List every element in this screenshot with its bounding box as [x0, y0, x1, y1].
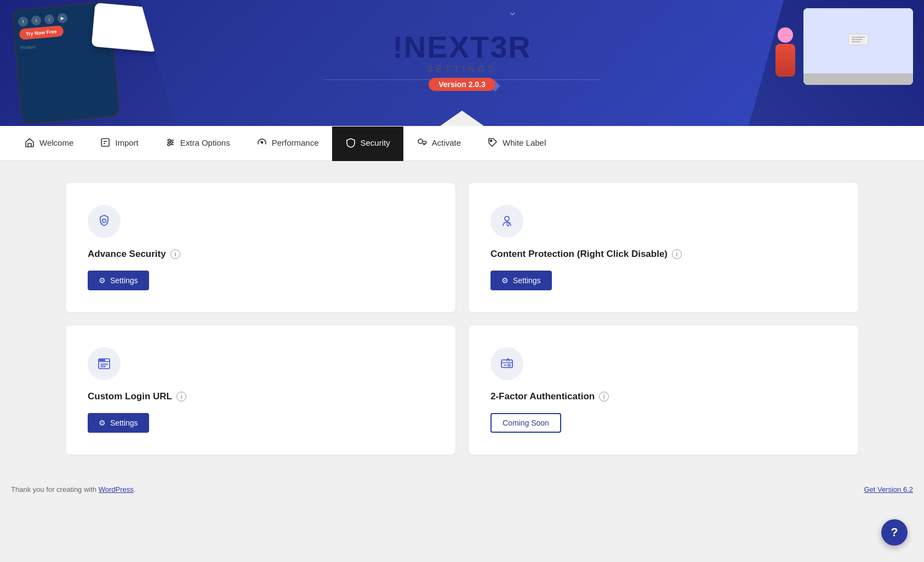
- card-two-factor-auth: 2-Factor Authentication i Coming Soon: [469, 325, 858, 455]
- svg-point-10: [168, 139, 170, 141]
- svg-point-17: [505, 216, 509, 221]
- brand-logo: !NEXT3R: [392, 32, 532, 62]
- wordpress-link[interactable]: WordPress: [99, 485, 134, 494]
- header-deco-right: ?: [749, 0, 924, 126]
- custom-login-settings-button[interactable]: ⚙ Settings: [88, 413, 149, 433]
- card-content-protection-title: Content Protection (Right Click Disable)…: [490, 249, 836, 260]
- social-icon-t: t: [31, 15, 42, 26]
- nav-tabs: Welcome Import Extra Options: [0, 126, 924, 161]
- gauge-icon: [256, 137, 267, 148]
- settings-label: SETTINGS: [392, 65, 532, 74]
- tab-extra-options-label: Extra Options: [180, 138, 230, 147]
- settings-gear-icon-1: ⚙: [99, 276, 106, 285]
- footer-credit: Thank you for creating with WordPress.: [11, 485, 135, 494]
- phone-cta-btn: Try Now Free: [19, 25, 64, 40]
- settings-gear-icon-2: ⚙: [501, 276, 509, 285]
- svg-point-14: [418, 139, 423, 144]
- import-icon: [100, 137, 111, 148]
- laptop-screen-graphic: [847, 33, 869, 49]
- card-content-protection: Content Protection (Right Click Disable)…: [469, 183, 858, 312]
- card-advance-security: Advance Security i ⚙ Settings: [66, 183, 455, 312]
- shield-gear-icon: [96, 214, 112, 229]
- content-protection-settings-button[interactable]: ⚙ Settings: [490, 271, 552, 290]
- tab-performance[interactable]: Performance: [243, 126, 332, 160]
- svg-point-24: [104, 360, 105, 361]
- two-factor-auth-coming-soon-button[interactable]: Coming Soon: [490, 413, 561, 433]
- footer: Thank you for creating with WordPress. G…: [0, 477, 924, 502]
- card-custom-login-url-title: Custom Login URL i: [88, 391, 434, 402]
- svg-point-27: [508, 364, 510, 366]
- get-version-link[interactable]: Get Version 6.2: [864, 485, 913, 494]
- tab-activate-label: Activate: [432, 138, 461, 147]
- social-icon-i: i: [44, 14, 55, 25]
- help-fab-button[interactable]: ?: [881, 519, 908, 546]
- settings-gear-icon-3: ⚙: [99, 418, 106, 427]
- tab-import[interactable]: Import: [87, 126, 152, 160]
- girl-illustration: [775, 27, 795, 77]
- card-icon-advance-security: [88, 205, 121, 238]
- laptop-mockup: [803, 8, 913, 85]
- svg-point-23: [102, 360, 103, 361]
- tab-security-label: Security: [361, 138, 390, 147]
- tab-welcome[interactable]: Welcome: [11, 126, 87, 160]
- svg-point-13: [261, 142, 263, 144]
- arrow-down-deco: ⌄: [507, 4, 517, 19]
- svg-point-16: [102, 219, 106, 222]
- card-decoration: [92, 3, 161, 52]
- header-banner: f t i ▶ Try Now Free Product: [0, 0, 924, 126]
- login-settings-icon: [96, 356, 112, 371]
- tag-icon: [487, 137, 498, 148]
- question-bubble: ?: [745, 16, 765, 36]
- two-factor-auth-info-icon[interactable]: i: [599, 392, 609, 402]
- tab-performance-label: Performance: [272, 138, 319, 147]
- tab-white-label[interactable]: White Label: [474, 126, 559, 160]
- tab-extra-options[interactable]: Extra Options: [152, 126, 243, 160]
- svg-rect-21: [101, 366, 105, 367]
- version-badge: Version 2.0.3: [429, 78, 495, 91]
- card-icon-custom-login: [88, 347, 121, 380]
- svg-point-12: [168, 144, 170, 146]
- card-icon-2fa: [490, 347, 523, 380]
- svg-rect-20: [101, 364, 107, 365]
- social-icon-y: ▶: [57, 13, 68, 24]
- header-deco-left: f t i ▶ Try Now Free Product: [0, 0, 175, 126]
- advance-security-settings-button[interactable]: ⚙ Settings: [88, 271, 149, 290]
- tab-import-label: Import: [115, 138, 139, 147]
- user-shield-icon: [499, 214, 515, 229]
- card-two-factor-auth-title: 2-Factor Authentication i: [490, 391, 836, 402]
- tab-activate[interactable]: Activate: [403, 126, 474, 160]
- content-protection-info-icon[interactable]: i: [672, 249, 682, 259]
- sliders-icon: [165, 137, 176, 148]
- svg-point-22: [100, 360, 101, 361]
- advance-security-info-icon[interactable]: i: [170, 249, 180, 259]
- custom-login-info-icon[interactable]: i: [176, 392, 186, 402]
- main-content: Advance Security i ⚙ Settings Content Pr…: [0, 161, 924, 477]
- svg-point-15: [490, 140, 492, 142]
- key-icon: [417, 137, 427, 148]
- brand-title: !NEXT3R SETTINGS Version 2.0.3: [392, 32, 532, 91]
- svg-point-11: [170, 141, 173, 144]
- cards-grid: Advance Security i ⚙ Settings Content Pr…: [66, 183, 858, 455]
- home-icon: [24, 137, 35, 148]
- tab-security[interactable]: Security: [332, 127, 403, 161]
- tab-white-label-label: White Label: [503, 138, 546, 147]
- svg-rect-4: [101, 139, 109, 146]
- card-custom-login-url: Custom Login URL i ⚙ Settings: [66, 325, 455, 455]
- card-icon-content-protection: [490, 205, 523, 238]
- card-advance-security-title: Advance Security i: [88, 249, 434, 260]
- arrow-up-deco: [440, 111, 484, 126]
- two-factor-auth-icon: [499, 356, 515, 371]
- shield-icon: [345, 137, 356, 148]
- social-icon-f: f: [18, 16, 28, 27]
- tab-welcome-label: Welcome: [39, 138, 73, 147]
